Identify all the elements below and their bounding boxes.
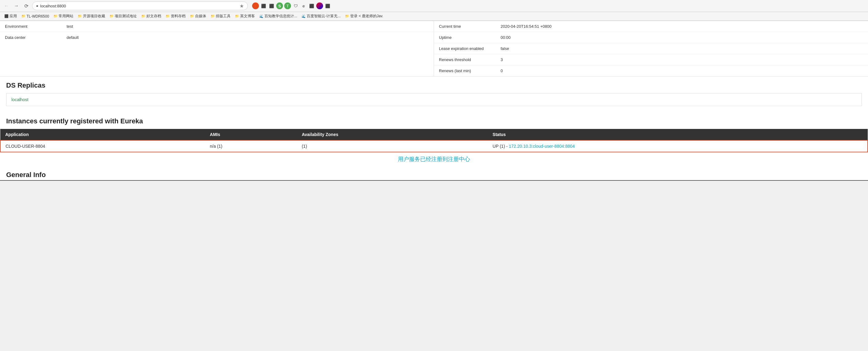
bookmark-articles-label: 好文存档: [147, 13, 161, 19]
bookmark-testaddr[interactable]: 📁 项目测试地址: [107, 13, 139, 20]
bookmark-login-label: 登录 < 鹿老师的Jav.: [350, 13, 383, 19]
chrome-logo-icon: [316, 2, 323, 9]
bookmark-router-label: TL-WDR6500: [27, 14, 49, 19]
bookmark-resources-label: 资料存档: [171, 13, 186, 19]
info-right-panel: Current time 2020-04-20T16:54:51 +0800 U…: [434, 21, 868, 76]
login-icon: 📁: [345, 14, 349, 18]
col-zones: Availability Zones: [297, 129, 488, 140]
articles-icon: 📁: [141, 14, 146, 18]
browser-chrome: ← → ⟳ ● localhost:8800 ★ ⬛ ⬛ S T 🛡 e ⬛ ⬛…: [0, 0, 868, 21]
datacenter-value: default: [67, 35, 79, 40]
forward-button[interactable]: →: [12, 2, 20, 10]
current-time-row: Current time 2020-04-20T16:54:51 +0800: [434, 21, 868, 32]
instances-table: Application AMIs Availability Zones Stat…: [0, 129, 868, 152]
back-button[interactable]: ←: [2, 2, 10, 10]
bookmark-baizhi[interactable]: 🌊 百知教学信息统计...: [257, 13, 299, 20]
bookmark-blog-label: 英文博客: [240, 13, 255, 19]
bookmark-articles[interactable]: 📁 好文存档: [139, 13, 163, 20]
instance-status: UP (1) - 172.20.10.3:cloud-user-8804:880…: [488, 140, 868, 152]
ext-icon-s[interactable]: S: [276, 2, 283, 9]
bookmark-blog[interactable]: 📁 英文博客: [233, 13, 257, 20]
table-row: CLOUD-USER-8804 n/a (1) (1) UP (1) - 172…: [0, 140, 868, 152]
info-left-panel: Environment test Data center default: [0, 21, 434, 76]
current-time-value: 2020-04-20T16:54:51 +0800: [501, 24, 552, 29]
system-info-grid: Environment test Data center default Cur…: [0, 21, 868, 77]
refresh-button[interactable]: ⟳: [22, 2, 30, 10]
renews-threshold-value: 3: [501, 57, 503, 62]
datacenter-label: Data center: [5, 35, 67, 40]
bookmark-media[interactable]: 📁 自媒体: [188, 13, 208, 20]
lease-expiration-value: false: [501, 46, 509, 51]
testaddr-icon: 📁: [110, 14, 114, 18]
lease-expiration-row: Lease expiration enabled false: [434, 43, 868, 54]
general-info-title: General Info: [0, 166, 868, 180]
renews-lastmin-label: Renews (last min): [439, 68, 501, 73]
environment-value: test: [67, 24, 73, 29]
instances-table-header: Application AMIs Availability Zones Stat…: [0, 129, 868, 140]
apps-icon: ⬛: [4, 14, 9, 18]
bookmark-login[interactable]: 📁 登录 < 鹿老师的Jav.: [343, 13, 385, 20]
ext-icon-2[interactable]: ⬛: [268, 2, 275, 9]
bookmark-opensource[interactable]: 📁 开源项目收藏: [76, 13, 107, 20]
bookmark-baidu-label: 百度智能云-计算无...: [307, 13, 341, 19]
annotation-text: 用户服务已经注册到注册中心: [0, 152, 868, 166]
renews-lastmin-value: 0: [501, 68, 503, 73]
bookmark-baidu[interactable]: 🌊 百度智能云-计算无...: [300, 13, 342, 20]
blog-icon: 📁: [235, 14, 239, 18]
ds-replicas-section: DS Replicas localhost: [0, 77, 868, 112]
environment-row: Environment test: [0, 21, 434, 32]
bookmark-common-label: 常用网站: [59, 13, 73, 19]
instance-amis: n/a (1): [205, 140, 297, 152]
bookmark-media-label: 自媒体: [195, 13, 206, 19]
bookmark-apps[interactable]: ⬛ 应用: [2, 13, 19, 20]
instance-status-link[interactable]: 172.20.10.3:cloud-user-8804:8804: [509, 144, 575, 149]
bookmark-resources[interactable]: 📁 资料存档: [164, 13, 187, 20]
ext-icon-5[interactable]: ⬛: [308, 2, 315, 9]
instance-application: CLOUD-USER-8804: [0, 140, 205, 152]
chrome-icon: [252, 2, 259, 9]
opensource-icon: 📁: [78, 14, 82, 18]
section-separator: [0, 180, 868, 181]
renews-threshold-label: Renews threshold: [439, 57, 501, 62]
address-bar[interactable]: ● localhost:8800 ★: [32, 2, 248, 10]
ext-icon-3[interactable]: 🛡: [292, 2, 299, 9]
instances-title: Instances currently registered with Eure…: [0, 112, 868, 129]
col-application: Application: [0, 129, 205, 140]
uptime-value: 00:00: [501, 35, 511, 40]
bookmark-typeset[interactable]: 📁 排版工具: [209, 13, 232, 20]
resources-icon: 📁: [165, 14, 170, 18]
instances-header-row: Application AMIs Availability Zones Stat…: [0, 129, 868, 140]
bookmark-star-button[interactable]: ★: [240, 3, 244, 9]
bookmark-common[interactable]: 📁 常用网站: [52, 13, 75, 20]
col-status: Status: [488, 129, 868, 140]
bookmark-opensource-label: 开源项目收藏: [83, 13, 105, 19]
general-info-section: General Info: [0, 166, 868, 181]
ext-icon-4[interactable]: e: [300, 2, 307, 9]
instance-zones: (1): [297, 140, 488, 152]
typeset-icon: 📁: [211, 14, 215, 18]
lease-expiration-label: Lease expiration enabled: [439, 46, 501, 51]
instances-section: Instances currently registered with Eure…: [0, 112, 868, 166]
toolbar-icons: ⬛ ⬛ S T 🛡 e ⬛ ⬛: [252, 2, 331, 9]
ds-replicas-title: DS Replicas: [6, 81, 862, 89]
router-icon: 📁: [21, 14, 26, 18]
replica-localhost-link[interactable]: localhost: [11, 97, 28, 102]
lock-icon: ●: [36, 4, 38, 8]
replicas-box: localhost: [6, 93, 862, 106]
bookmarks-bar: ⬛ 应用 📁 TL-WDR6500 📁 常用网站 📁 开源项目收藏 📁 项目测试…: [0, 12, 868, 21]
ext-icon-t[interactable]: T: [284, 2, 291, 9]
datacenter-row: Data center default: [0, 32, 434, 43]
instance-status-text: UP (1) -: [493, 144, 509, 149]
nav-bar: ← → ⟳ ● localhost:8800 ★ ⬛ ⬛ S T 🛡 e ⬛ ⬛: [0, 0, 868, 12]
renews-lastmin-row: Renews (last min) 0: [434, 65, 868, 76]
address-text: localhost:8800: [40, 4, 66, 8]
page-content: Environment test Data center default Cur…: [0, 21, 868, 181]
uptime-label: Uptime: [439, 35, 501, 40]
ext-icon-6[interactable]: ⬛: [324, 2, 331, 9]
common-icon: 📁: [53, 14, 58, 18]
instances-table-body: CLOUD-USER-8804 n/a (1) (1) UP (1) - 172…: [0, 140, 868, 152]
bookmark-router[interactable]: 📁 TL-WDR6500: [20, 13, 51, 19]
environment-label: Environment: [5, 24, 67, 29]
ext-icon-1[interactable]: ⬛: [260, 2, 267, 9]
baidu-icon: 🌊: [302, 14, 306, 18]
